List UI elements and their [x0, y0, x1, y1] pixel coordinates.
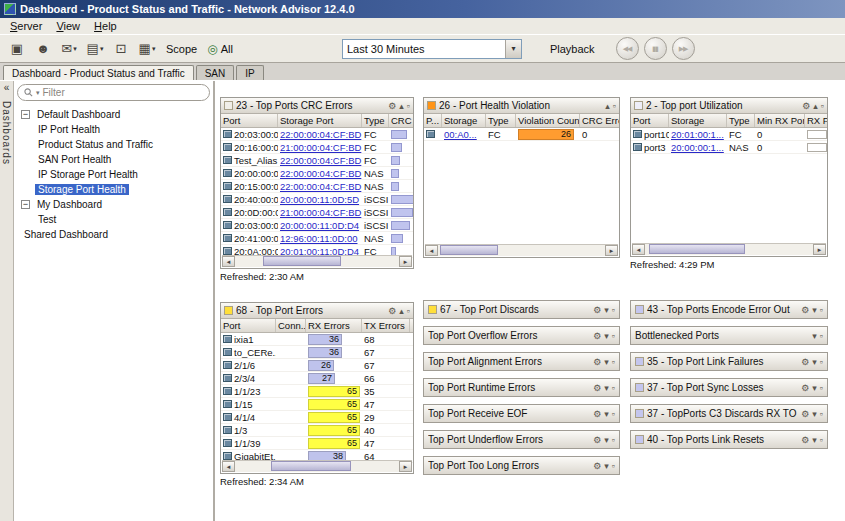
column-header[interactable]: Storage [669, 114, 727, 127]
table-row[interactable]: 20:40:00:0...20:00:00:11:0D:5DiSCSI [221, 193, 413, 206]
table-row[interactable]: 1/1/396547 [221, 437, 413, 450]
storage-port-link[interactable]: 22:00:00:04:CF:BD [280, 129, 361, 140]
scroll-right-icon[interactable]: ► [605, 245, 618, 256]
widget-header[interactable]: 23 - Top Ports CRC Errors⚙▴▫ [221, 98, 413, 114]
expand-icon[interactable]: ▾ [812, 408, 817, 420]
scroll-right-icon[interactable]: ► [813, 244, 826, 255]
sidebar-item-product-status-and-traffic[interactable]: Product Status and Traffic [17, 137, 210, 152]
maximize-icon[interactable]: ▫ [612, 330, 615, 342]
table-row[interactable]: 20:03:00:0...22:00:00:04:CF:BDFC [221, 128, 413, 141]
widget-minimized-40-top-ports-link-resets[interactable]: 40 - Top Ports Link Resets⚙▾▫ [630, 430, 828, 449]
sidebar-item-shared-dashboard[interactable]: Shared Dashboard [17, 227, 210, 242]
sidebar-item-test[interactable]: Test [17, 212, 210, 227]
horizontal-scrollbar[interactable]: ◄► [425, 244, 618, 256]
settings-icon[interactable]: ⚙ [593, 460, 601, 472]
table-view-dropdown-icon[interactable]: ▾ [152, 45, 156, 53]
storage-port-link[interactable]: 20:00:00:11:0D:D4 [280, 220, 359, 231]
maximize-icon[interactable]: ▫ [820, 304, 823, 316]
widget-minimized-top-port-overflow-errors[interactable]: Top Port Overflow Errors⚙▾▫ [423, 326, 620, 345]
widget-minimized-top-port-receive-eof[interactable]: Top Port Receive EOF⚙▾▫ [423, 404, 620, 423]
table-row[interactable]: 2/3/42766 [221, 372, 413, 385]
column-header[interactable]: Violation Count [516, 114, 580, 127]
table-row[interactable]: ixia13668 [221, 333, 413, 346]
widget-minimized-37-top-port-sync-losses[interactable]: 37 - Top Port Sync Losses⚙▾▫ [630, 378, 828, 397]
forward-button[interactable]: ▶▶ [672, 37, 695, 60]
widget-minimized-top-port-alignment-errors[interactable]: Top Port Alignment Errors⚙▾▫ [423, 352, 620, 371]
table-row[interactable]: 20:41:00:0...12:96:00:11:0D:00NAS [221, 232, 413, 245]
settings-icon[interactable]: ⚙ [801, 408, 809, 420]
sidebar-item-storage-port-health[interactable]: Storage Port Health [17, 182, 210, 197]
settings-icon[interactable]: ⚙ [593, 304, 601, 316]
settings-icon[interactable]: ⚙ [801, 356, 809, 368]
filter-input[interactable]: ▾ Filter [17, 84, 210, 101]
pause-button[interactable]: ▮▮ [644, 37, 667, 60]
maximize-icon[interactable]: ▫ [820, 356, 823, 368]
settings-icon[interactable]: ⚙ [593, 330, 601, 342]
column-header[interactable]: Type [486, 114, 516, 127]
scroll-left-icon[interactable]: ◄ [222, 461, 235, 472]
expand-icon[interactable]: ▾ [604, 460, 609, 472]
settings-icon[interactable]: ⚙ [593, 382, 601, 394]
horizontal-scrollbar[interactable]: ◄► [222, 255, 412, 267]
table-row[interactable]: to_CERe...3667 [221, 346, 413, 359]
widget-minimized-67-top-port-discards[interactable]: 67 - Top Port Discards⚙▾▫ [423, 300, 620, 319]
column-header[interactable]: Port [221, 319, 276, 332]
scrollbar-thumb[interactable] [263, 256, 341, 266]
collapse-icon[interactable]: ▴ [605, 100, 610, 112]
maximize-icon[interactable]: ▫ [612, 356, 615, 368]
maximize-icon[interactable]: ▫ [820, 408, 823, 420]
scrollbar-thumb[interactable] [649, 244, 745, 254]
tree-expander-icon[interactable]: − [21, 110, 30, 119]
menu-help[interactable]: Help [87, 19, 124, 33]
scroll-right-icon[interactable]: ► [399, 256, 412, 267]
expand-icon[interactable]: ▾ [604, 330, 609, 342]
table-row[interactable]: 20:00:00:0...22:00:00:04:CF:BDNAS [221, 167, 413, 180]
column-header[interactable]: TX Errors [362, 319, 410, 332]
storage-port-link[interactable]: 12:96:00:11:0D:00 [280, 233, 357, 244]
table-row[interactable]: 1/156547 [221, 398, 413, 411]
settings-icon[interactable]: ⚙ [593, 434, 601, 446]
rewind-button[interactable]: ◀◀ [616, 37, 639, 60]
widget-minimized-43-top-ports-encode-error-out[interactable]: 43 - Top Ports Encode Error Out⚙▾▫ [630, 300, 828, 319]
maximize-icon[interactable]: ▫ [612, 460, 615, 472]
table-row[interactable]: 20:03:00:0...20:00:00:11:0D:D4iSCSI [221, 219, 413, 232]
maximize-icon[interactable]: ▫ [613, 100, 616, 112]
storage-port-link[interactable]: 21:00:00:04:CF:BD [280, 207, 361, 218]
scrollbar-track[interactable] [235, 256, 399, 267]
expand-icon[interactable]: ▾ [812, 382, 817, 394]
column-header[interactable]: P... [424, 114, 442, 127]
scroll-left-icon[interactable]: ◄ [425, 245, 438, 256]
user-management-button[interactable]: ☻ [30, 38, 56, 60]
storage-port-link[interactable]: 00:A0... [444, 129, 477, 140]
print-dropdown-icon[interactable]: ▾ [100, 45, 104, 53]
table-row[interactable]: 1/1/236535 [221, 385, 413, 398]
scrollbar-track[interactable] [645, 244, 813, 255]
expand-icon[interactable]: ▾ [604, 382, 609, 394]
maximize-icon[interactable]: ▫ [821, 100, 824, 112]
table-row[interactable]: 20:0D:00:0...21:00:00:04:CF:BDiSCSI [221, 206, 413, 219]
column-header[interactable]: Min RX Port [755, 114, 805, 127]
discover-setup-button[interactable]: ▣ [4, 38, 30, 60]
widget-minimized-35-top-port-link-failures[interactable]: 35 - Top Port Link Failures⚙▾▫ [630, 352, 828, 371]
settings-icon[interactable]: ⚙ [801, 304, 809, 316]
maximize-icon[interactable]: ▫ [612, 304, 615, 316]
scrollbar-track[interactable] [438, 245, 605, 256]
table-row[interactable]: Test_Alias22:00:00:04:CF:BDFC [221, 154, 413, 167]
expand-icon[interactable]: ▾ [812, 356, 817, 368]
storage-port-link[interactable]: 22:00:00:04:CF:BD [280, 155, 361, 166]
column-header[interactable]: CRC E [389, 114, 413, 127]
table-row[interactable]: 2/1/62667 [221, 359, 413, 372]
column-header[interactable]: Storage [442, 114, 486, 127]
settings-icon[interactable]: ⚙ [801, 434, 809, 446]
export-report-button[interactable]: ✉▾ [56, 38, 82, 60]
sidebar-item-my-dashboard[interactable]: −My Dashboard [17, 197, 210, 212]
table-row[interactable]: port320:00:00:1...NAS0 [631, 141, 827, 154]
menu-view[interactable]: View [49, 19, 87, 33]
horizontal-scrollbar[interactable]: ◄► [632, 243, 826, 255]
column-header[interactable]: Conn... [276, 319, 306, 332]
column-header[interactable]: Type [727, 114, 755, 127]
time-range-combobox[interactable]: Last 30 Minutes ▾ [342, 39, 522, 59]
print-button[interactable]: ▤▾ [82, 38, 108, 60]
menu-server[interactable]: Server [3, 19, 49, 33]
table-row[interactable]: 4/1/46529 [221, 411, 413, 424]
